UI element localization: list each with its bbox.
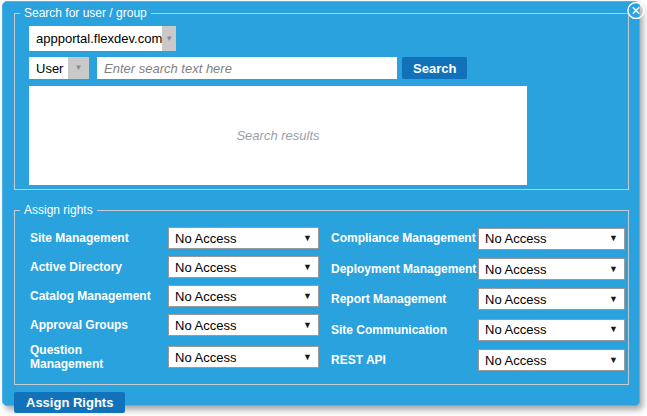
access-select-value: No Access — [175, 289, 236, 304]
access-select-rest-api[interactable]: No Access ▼ — [478, 349, 625, 371]
domain-dropdown[interactable]: appportal.flexdev.com ▼ — [29, 26, 176, 51]
rights-label-catalog-management: Catalog Management — [30, 289, 156, 303]
dropdown-arrow-icon: ▼ — [609, 234, 618, 243]
access-select-deployment-management[interactable]: No Access ▼ — [478, 258, 625, 280]
access-select-value: No Access — [485, 322, 546, 337]
rights-label-deployment-management: Deployment Management — [331, 262, 475, 276]
access-select-approval-groups[interactable]: No Access ▼ — [168, 314, 319, 336]
rights-label-compliance-management: Compliance Management — [331, 231, 475, 245]
search-row: User ▼ Search — [29, 57, 628, 79]
rights-label-site-management: Site Management — [30, 231, 156, 245]
access-select-question-management[interactable]: No Access ▼ — [168, 346, 319, 368]
assign-rights-legend: Assign rights — [20, 203, 97, 217]
access-select-active-directory[interactable]: No Access ▼ — [168, 256, 319, 278]
rights-label-active-directory: Active Directory — [30, 260, 156, 274]
domain-dropdown-arrow-button[interactable]: ▼ — [162, 26, 176, 51]
dropdown-arrow-icon: ▼ — [303, 321, 312, 330]
dropdown-arrow-icon: ▼ — [303, 234, 312, 243]
assign-rights-dialog: Search for user / group appportal.flexde… — [2, 1, 640, 406]
search-type-dropdown[interactable]: User ▼ — [29, 57, 89, 79]
access-select-value: No Access — [485, 353, 546, 368]
access-select-value: No Access — [485, 231, 546, 246]
dropdown-arrow-icon: ▼ — [609, 265, 618, 274]
access-select-value: No Access — [175, 231, 236, 246]
dropdown-arrow-icon: ▼ — [303, 353, 312, 362]
search-button[interactable]: Search — [402, 57, 467, 79]
search-group: Search for user / group appportal.flexde… — [14, 6, 629, 190]
dropdown-arrow-icon: ▼ — [165, 35, 173, 43]
rights-label-question-management: Question Management — [30, 343, 156, 372]
assign-rights-group: Assign rights Site Management No Access … — [14, 203, 629, 385]
rights-label-report-management: Report Management — [331, 292, 475, 306]
assign-rights-button[interactable]: Assign Rights — [14, 392, 125, 413]
dropdown-arrow-icon: ▼ — [609, 295, 618, 304]
access-select-value: No Access — [175, 318, 236, 333]
dropdown-arrow-icon: ▼ — [75, 64, 83, 72]
rights-column-left: Site Management No Access ▼ Active Direc… — [30, 227, 319, 372]
search-results-placeholder: Search results — [236, 128, 319, 143]
access-select-compliance-management[interactable]: No Access ▼ — [478, 228, 625, 250]
dropdown-arrow-icon: ▼ — [609, 325, 618, 334]
rights-label-site-communication: Site Communication — [331, 323, 475, 337]
access-select-catalog-management[interactable]: No Access ▼ — [168, 285, 319, 307]
access-select-report-management[interactable]: No Access ▼ — [478, 288, 625, 310]
rights-label-rest-api: REST API — [331, 353, 475, 367]
search-type-arrow-button[interactable]: ▼ — [68, 57, 89, 79]
dropdown-arrow-icon: ▼ — [303, 292, 312, 301]
rights-column-right: Compliance Management No Access ▼ Deploy… — [331, 227, 625, 372]
access-select-value: No Access — [485, 262, 546, 277]
search-type-value: User — [29, 57, 68, 79]
close-icon[interactable] — [626, 1, 646, 21]
dropdown-arrow-icon: ▼ — [303, 263, 312, 272]
domain-dropdown-value: appportal.flexdev.com — [29, 26, 162, 51]
rights-columns: Site Management No Access ▼ Active Direc… — [30, 227, 628, 372]
access-select-site-management[interactable]: No Access ▼ — [168, 227, 319, 249]
search-results-list[interactable]: Search results — [29, 86, 527, 185]
access-select-site-communication[interactable]: No Access ▼ — [478, 319, 625, 341]
rights-label-approval-groups: Approval Groups — [30, 318, 156, 332]
access-select-value: No Access — [175, 260, 236, 275]
access-select-value: No Access — [485, 292, 546, 307]
access-select-value: No Access — [175, 350, 236, 365]
dropdown-arrow-icon: ▼ — [609, 356, 618, 365]
search-input[interactable] — [97, 57, 397, 79]
search-group-legend: Search for user / group — [20, 6, 151, 20]
